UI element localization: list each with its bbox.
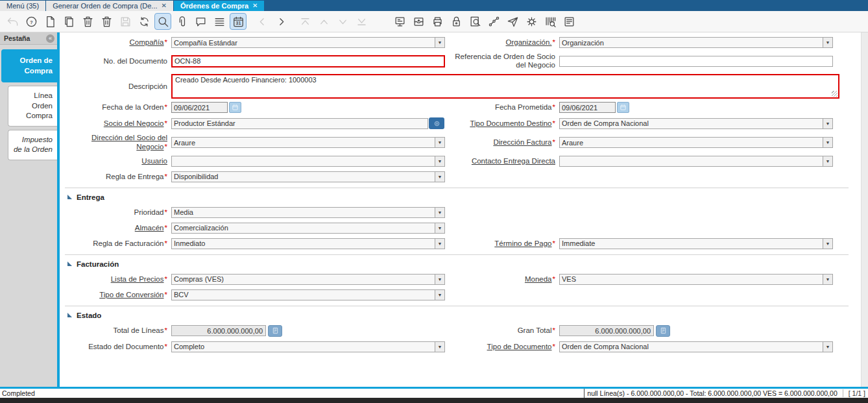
almacen-select[interactable]: Comercialización▼ bbox=[171, 223, 445, 234]
close-icon[interactable]: ✕ bbox=[252, 3, 258, 9]
delete-record-icon[interactable] bbox=[79, 13, 96, 30]
organizacion-label[interactable]: Organización.* bbox=[448, 38, 557, 47]
socio-negocio-label[interactable]: Socio del Negocio* bbox=[65, 119, 169, 128]
descripcion-textarea[interactable]: Creado Desde Acuerdo Financiero: 1000003 bbox=[171, 74, 839, 99]
refresh-icon[interactable] bbox=[136, 13, 152, 30]
status-bar: Completed null Línea(s) - 6.000.000.000,… bbox=[0, 389, 868, 398]
tipo-doc-destino-label[interactable]: Tipo Documento Destino* bbox=[448, 119, 557, 128]
chevron-down-icon[interactable]: ▼ bbox=[435, 223, 444, 233]
chevron-down-icon[interactable]: ▼ bbox=[435, 38, 444, 47]
termino-pago-select[interactable]: Immediate▼ bbox=[559, 238, 833, 249]
contacto-entrega-select[interactable]: ▼ bbox=[559, 156, 833, 167]
direccion-socio-select[interactable]: Araure▼ bbox=[171, 137, 445, 148]
chevron-down-icon[interactable]: ▼ bbox=[823, 38, 832, 47]
chevron-down-icon[interactable]: ▼ bbox=[823, 119, 832, 128]
chevron-down-icon[interactable]: ▼ bbox=[823, 138, 832, 147]
next-record-icon[interactable] bbox=[272, 13, 289, 30]
send-icon[interactable] bbox=[504, 13, 521, 30]
sidebar-tab-orden-de-compra[interactable]: Orden de Compra bbox=[1, 49, 57, 82]
fecha-prometida-input[interactable]: 09/06/2021 bbox=[559, 102, 616, 113]
zoom-across-icon[interactable] bbox=[466, 13, 483, 30]
tipo-documento-select[interactable]: Orden de Compra Nacional▼ bbox=[559, 341, 833, 352]
calculator-icon[interactable] bbox=[656, 325, 670, 337]
prioridad-select[interactable]: Media▼ bbox=[171, 207, 445, 218]
find-icon[interactable] bbox=[154, 13, 171, 30]
barcode-icon[interactable] bbox=[542, 13, 559, 30]
log-icon[interactable] bbox=[561, 13, 577, 30]
new-record-icon[interactable] bbox=[42, 13, 58, 30]
archive-icon[interactable] bbox=[410, 13, 427, 30]
chat-icon[interactable] bbox=[192, 13, 209, 30]
print-icon[interactable] bbox=[429, 13, 446, 30]
referencia-orden-input[interactable] bbox=[559, 56, 833, 67]
estado-documento-select[interactable]: Completo▼ bbox=[171, 341, 445, 352]
total-lineas-input[interactable]: 6.000.000.000,00 bbox=[171, 325, 266, 336]
calculator-icon[interactable] bbox=[268, 325, 282, 337]
attachment-icon[interactable] bbox=[173, 13, 190, 30]
contacto-entrega-label[interactable]: Contacto Entrega Directa bbox=[448, 157, 557, 165]
copy-record-icon[interactable] bbox=[60, 13, 77, 30]
report-icon[interactable] bbox=[391, 13, 408, 30]
chevron-down-icon[interactable]: ▼ bbox=[823, 239, 832, 249]
tipo-doc-destino-select[interactable]: Orden de Compra Nacional▼ bbox=[559, 118, 833, 129]
chevron-down-icon[interactable]: ▼ bbox=[435, 290, 444, 300]
section-entrega[interactable]: Entrega bbox=[67, 193, 849, 201]
socio-negocio-input[interactable]: Productor Estándar bbox=[171, 118, 428, 129]
chevron-down-icon[interactable]: ▼ bbox=[823, 342, 832, 352]
sidebar-tab-linea-orden-compra[interactable]: Línea Orden Compra bbox=[8, 86, 57, 127]
close-icon[interactable]: ✕ bbox=[162, 3, 167, 9]
vertical-scrollbar[interactable] bbox=[861, 32, 868, 387]
lista-precios-select[interactable]: Compras (VES)▼ bbox=[171, 274, 445, 285]
chevron-down-icon[interactable]: ▼ bbox=[435, 208, 444, 217]
section-facturacion[interactable]: Facturación bbox=[67, 260, 849, 268]
undo-icon bbox=[4, 13, 21, 30]
almacen-label[interactable]: Almacén* bbox=[65, 224, 169, 232]
chevron-down-icon[interactable]: ▼ bbox=[435, 342, 444, 352]
regla-facturacion-select[interactable]: Inmediato▼ bbox=[171, 238, 445, 249]
chevron-down-icon[interactable]: ▼ bbox=[435, 172, 444, 182]
no-documento-input[interactable]: OCN-88 bbox=[171, 55, 445, 67]
direccion-factura-select[interactable]: Araure▼ bbox=[559, 137, 833, 148]
grid-toggle-icon[interactable] bbox=[211, 13, 228, 30]
lista-precios-label[interactable]: Lista de Precios* bbox=[65, 275, 169, 284]
usuario-label[interactable]: Usuario bbox=[65, 157, 169, 165]
tipo-conversion-label[interactable]: Tipo de Conversión* bbox=[65, 291, 169, 299]
chevron-down-icon[interactable]: ▼ bbox=[435, 275, 444, 284]
help-icon[interactable]: ? bbox=[23, 13, 40, 30]
chevron-down-icon[interactable]: ▼ bbox=[435, 156, 444, 166]
direccion-factura-label[interactable]: Dirección Factura* bbox=[448, 138, 557, 147]
calendar-icon[interactable]: 31 bbox=[230, 13, 247, 30]
collapse-sidebar-button[interactable]: « bbox=[46, 34, 54, 43]
direccion-socio-label[interactable]: Dirección del Socio del Negocio* bbox=[65, 134, 169, 151]
lock-icon[interactable] bbox=[448, 13, 464, 30]
resize-handle[interactable] bbox=[832, 91, 838, 97]
gran-total-input[interactable]: 6.000.000.000,00 bbox=[559, 325, 654, 336]
sidebar-tab-impuesto-de-la-orden[interactable]: Impuesto de la Orden bbox=[8, 130, 57, 160]
chevron-down-icon[interactable]: ▼ bbox=[435, 239, 444, 249]
calendar-picker-icon[interactable] bbox=[617, 102, 629, 113]
workflow-icon[interactable] bbox=[485, 13, 502, 30]
compania-label[interactable]: Compañía* bbox=[65, 38, 169, 47]
delete-selection-icon[interactable] bbox=[98, 13, 115, 30]
tipo-conversion-select[interactable]: BCV▼ bbox=[171, 289, 445, 300]
fecha-orden-input[interactable]: 09/06/2021 bbox=[171, 102, 228, 113]
tipo-documento-label[interactable]: Tipo de Documento* bbox=[448, 343, 557, 351]
tab-ordenes-de-compra[interactable]: Órdenes de Compra ✕ bbox=[174, 1, 265, 11]
tab-generar-orden-de-compra[interactable]: Generar Orden de Compra (De... ✕ bbox=[46, 1, 174, 11]
tab-menu[interactable]: Menú (35) bbox=[0, 1, 46, 11]
parent-record-icon bbox=[296, 13, 313, 30]
organizacion-select[interactable]: Organización▼ bbox=[559, 37, 833, 48]
moneda-select[interactable]: VES▼ bbox=[559, 274, 833, 285]
business-partner-search-icon[interactable] bbox=[429, 117, 444, 129]
chevron-down-icon[interactable]: ▼ bbox=[823, 156, 832, 166]
termino-pago-label[interactable]: Término de Pago* bbox=[448, 239, 557, 248]
moneda-label[interactable]: Moneda* bbox=[448, 275, 557, 284]
compania-select[interactable]: Compañía Estándar▼ bbox=[171, 37, 445, 48]
section-estado[interactable]: Estado bbox=[67, 311, 849, 319]
calendar-picker-icon[interactable] bbox=[229, 102, 241, 113]
chevron-down-icon[interactable]: ▼ bbox=[435, 138, 444, 147]
settings-icon[interactable] bbox=[523, 13, 540, 30]
chevron-down-icon[interactable]: ▼ bbox=[823, 275, 832, 284]
regla-entrega-select[interactable]: Disponibilidad▼ bbox=[171, 171, 445, 182]
usuario-select[interactable]: ▼ bbox=[171, 156, 445, 167]
